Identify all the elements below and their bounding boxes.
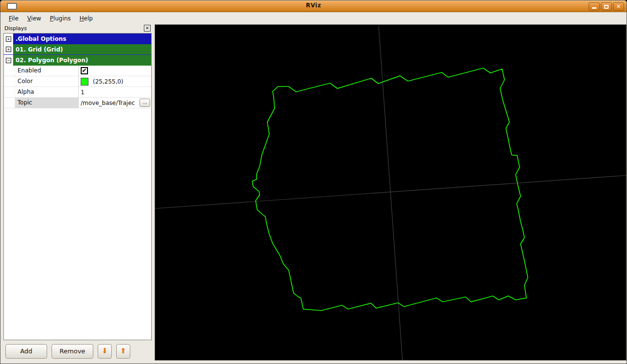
expand-icon[interactable]: + xyxy=(6,47,11,52)
property-row-alpha: Alpha 1 xyxy=(4,87,151,98)
displays-panel: Displays ✕ + .Global Options + 01. Grid … xyxy=(3,24,152,361)
property-row-enabled: Enabled ✔ xyxy=(4,66,151,76)
render-viewport[interactable] xyxy=(155,24,627,361)
maximize-icon xyxy=(604,5,609,9)
menu-help[interactable]: Help xyxy=(75,14,97,23)
topic-browse-button[interactable]: ... xyxy=(139,99,150,107)
alpha-value[interactable]: 1 xyxy=(81,89,85,96)
tree-row-polygon[interactable]: − 02. Polygon (Polygon) xyxy=(4,55,151,66)
displays-panel-titlebar[interactable]: Displays ✕ xyxy=(3,24,152,33)
property-label: Topic xyxy=(15,98,79,108)
menu-plugins[interactable]: Plugins xyxy=(46,14,75,23)
topic-value[interactable]: /move_base/Trajec xyxy=(81,100,139,106)
tree-row-label: 01. Grid (Grid) xyxy=(13,44,151,54)
color-value: (25,255,0) xyxy=(93,78,123,85)
collapse-icon[interactable]: − xyxy=(6,58,11,63)
move-up-button[interactable]: ⬆ xyxy=(116,344,130,359)
expand-icon[interactable]: + xyxy=(6,36,11,42)
tree-row-grid[interactable]: + 01. Grid (Grid) xyxy=(4,44,151,55)
arrow-up-icon: ⬆ xyxy=(120,347,126,355)
color-swatch[interactable] xyxy=(81,78,88,86)
tree-row-global-options[interactable]: + .Global Options xyxy=(4,34,151,44)
render-canvas[interactable] xyxy=(155,25,626,360)
property-label: Color xyxy=(15,76,79,87)
menu-bar: File View Plugins Help xyxy=(0,13,627,24)
menu-file[interactable]: File xyxy=(4,14,23,23)
grid-line xyxy=(155,175,626,208)
close-button[interactable]: ✕ xyxy=(613,2,624,11)
menu-view[interactable]: View xyxy=(23,14,45,23)
displays-tree: + .Global Options + 01. Grid (Grid) − 02… xyxy=(3,33,152,340)
panel-close-icon[interactable]: ✕ xyxy=(144,25,151,32)
tree-row-label: 02. Polygon (Polygon) xyxy=(13,55,151,66)
add-button[interactable]: Add xyxy=(5,344,47,359)
rviz-window: RViz ✕ File View Plugins Help Displays ✕… xyxy=(0,0,627,364)
displays-footer: Add Remove ⬇ ⬆ xyxy=(3,341,152,361)
enabled-checkbox[interactable]: ✔ xyxy=(81,67,88,74)
title-bar[interactable]: RViz ✕ xyxy=(0,0,627,12)
displays-panel-title: Displays xyxy=(4,25,27,32)
maximize-button[interactable] xyxy=(601,2,612,11)
minimize-button[interactable] xyxy=(589,2,600,11)
property-row-color: Color (25,255,0) xyxy=(4,76,151,87)
property-label: Alpha xyxy=(15,87,79,97)
tree-row-label: .Global Options xyxy=(13,34,151,44)
property-label: Enabled xyxy=(15,66,79,76)
minimize-icon xyxy=(592,7,596,9)
remove-button[interactable]: Remove xyxy=(52,344,93,359)
close-icon: ✕ xyxy=(616,3,621,10)
arrow-down-icon: ⬇ xyxy=(102,347,108,355)
property-row-topic: Topic /move_base/Trajec ... xyxy=(4,98,151,108)
move-down-button[interactable]: ⬇ xyxy=(98,344,112,359)
window-title: RViz xyxy=(0,2,627,9)
